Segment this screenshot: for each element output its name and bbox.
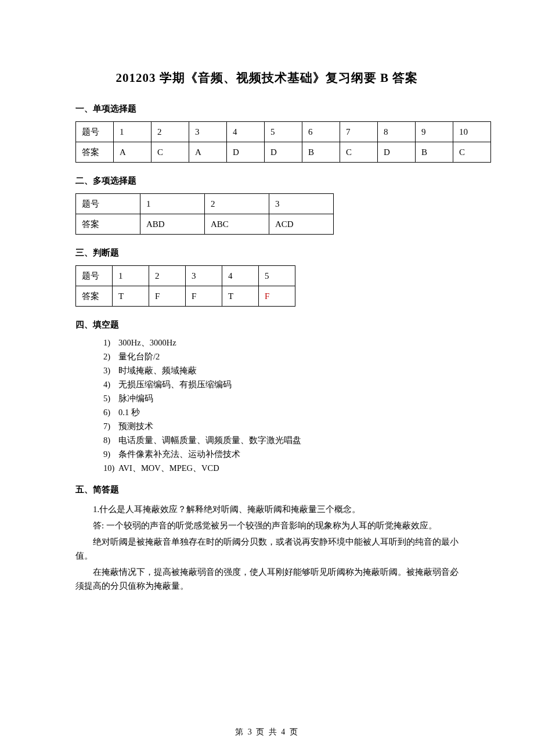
ans-cell: B [416, 142, 453, 163]
section-heading-single-choice: 一、单项选择题 [75, 103, 459, 114]
essay-paragraph: 绝对听阈是被掩蔽音单独存在时的听阈分贝数，或者说再安静环境中能被人耳听到的纯音的… [75, 535, 459, 563]
ans-cell: D [227, 142, 265, 163]
num-cell: 1 [114, 122, 151, 142]
num-cell: 4 [227, 122, 265, 142]
num-cell: 1 [140, 194, 205, 214]
page-footer: 第 3 页 共 4 页 [0, 727, 534, 737]
num-cell: 2 [149, 266, 186, 286]
num-cell: 1 [113, 266, 149, 286]
list-item: 10)AVI、MOV、MPEG、VCD [103, 463, 459, 474]
ans-cell: D [378, 142, 416, 163]
item-number: 10) [103, 463, 118, 473]
num-cell: 8 [378, 122, 416, 142]
item-text: 电话质量、调幅质量、调频质量、数字激光唱盘 [118, 435, 301, 445]
list-item: 2)量化台阶/2 [103, 351, 459, 362]
item-text: 300Hz、3000Hz [118, 338, 176, 347]
ans-cell: ABD [140, 214, 205, 235]
ans-cell: F [149, 286, 186, 307]
essay-paragraph: 答: 一个较弱的声音的听觉感觉被另一个较强的声音影响的现象称为人耳的听觉掩蔽效应… [75, 519, 459, 532]
item-text: 0.1 秒 [118, 408, 140, 417]
item-number: 5) [103, 394, 118, 404]
list-item: 9)条件像素补充法、运动补偿技术 [103, 449, 459, 460]
item-number: 2) [103, 352, 118, 362]
num-cell: 5 [259, 266, 295, 286]
ans-cell-highlight: F [259, 286, 295, 307]
num-cell: 2 [205, 194, 269, 214]
table-row: 答案 A C A D D B C D B C [76, 142, 491, 163]
section-heading-judge: 三、判断题 [75, 247, 459, 258]
ans-cell: C [453, 142, 491, 163]
table-row: 题号 1 2 3 4 5 [76, 266, 295, 286]
num-cell: 5 [265, 122, 302, 142]
table-row: 答案 ABD ABC ACD [76, 214, 334, 235]
item-number: 8) [103, 435, 118, 445]
item-number: 7) [103, 422, 118, 431]
num-cell: 9 [416, 122, 453, 142]
item-text: 时域掩蔽、频域掩蔽 [118, 366, 197, 375]
ans-cell: ABC [205, 214, 269, 235]
list-item: 1)300Hz、3000Hz [103, 337, 459, 348]
row-label: 题号 [76, 122, 114, 142]
judge-table: 题号 1 2 3 4 5 答案 T F F T F [75, 265, 295, 307]
item-text: 脉冲编码 [118, 394, 153, 403]
ans-cell: B [302, 142, 340, 163]
item-number: 1) [103, 338, 118, 348]
num-cell: 10 [453, 122, 491, 142]
row-label: 题号 [76, 266, 113, 286]
num-cell: 3 [189, 122, 227, 142]
ans-cell: F [186, 286, 222, 307]
list-item: 7)预测技术 [103, 421, 459, 432]
num-cell: 7 [340, 122, 378, 142]
ans-cell: T [222, 286, 259, 307]
item-number: 6) [103, 408, 118, 417]
section-heading-essay: 五、简答题 [75, 484, 459, 495]
section-heading-multi-choice: 二、多项选择题 [75, 175, 459, 186]
row-label: 答案 [76, 214, 140, 235]
item-text: 无损压缩编码、有损压缩编码 [118, 380, 232, 389]
list-item: 4)无损压缩编码、有损压缩编码 [103, 379, 459, 390]
fill-list: 1)300Hz、3000Hz 2)量化台阶/2 3)时域掩蔽、频域掩蔽 4)无损… [103, 337, 459, 474]
item-number: 4) [103, 380, 118, 390]
essay-block: 1.什么是人耳掩蔽效应？解释绝对听阈、掩蔽听阈和掩蔽量三个概念。 答: 一个较弱… [75, 502, 459, 593]
row-label: 答案 [76, 142, 114, 163]
num-cell: 3 [186, 266, 222, 286]
page-title: 201203 学期《音频、视频技术基础》复习纲要 B 答案 [75, 70, 459, 86]
item-number: 3) [103, 366, 118, 376]
list-item: 6)0.1 秒 [103, 407, 459, 418]
item-text: 条件像素补充法、运动补偿技术 [118, 449, 240, 459]
num-cell: 3 [269, 194, 334, 214]
row-label: 题号 [76, 194, 140, 214]
item-text: 预测技术 [118, 422, 153, 431]
ans-cell: C [151, 142, 189, 163]
multi-choice-table: 题号 1 2 3 答案 ABD ABC ACD [75, 193, 334, 235]
list-item: 8)电话质量、调幅质量、调频质量、数字激光唱盘 [103, 435, 459, 446]
table-row: 答案 T F F T F [76, 286, 295, 307]
item-text: AVI、MOV、MPEG、VCD [118, 463, 219, 473]
list-item: 5)脉冲编码 [103, 393, 459, 404]
essay-paragraph: 在掩蔽情况下，提高被掩蔽弱音的强度，使人耳刚好能够听见听阈称为掩蔽听阈。被掩蔽弱… [75, 565, 459, 593]
list-item: 3)时域掩蔽、频域掩蔽 [103, 365, 459, 376]
ans-cell: A [114, 142, 151, 163]
num-cell: 4 [222, 266, 259, 286]
ans-cell: ACD [269, 214, 334, 235]
ans-cell: D [265, 142, 302, 163]
item-number: 9) [103, 449, 118, 459]
single-choice-table: 题号 1 2 3 4 5 6 7 8 9 10 答案 A C A D D B C… [75, 121, 491, 163]
row-label: 答案 [76, 286, 113, 307]
table-row: 题号 1 2 3 4 5 6 7 8 9 10 [76, 122, 491, 142]
ans-cell: C [340, 142, 378, 163]
num-cell: 2 [151, 122, 189, 142]
item-text: 量化台阶/2 [118, 352, 160, 361]
table-row: 题号 1 2 3 [76, 194, 334, 214]
essay-question: 1.什么是人耳掩蔽效应？解释绝对听阈、掩蔽听阈和掩蔽量三个概念。 [93, 502, 459, 516]
ans-cell: T [113, 286, 149, 307]
ans-cell: A [189, 142, 227, 163]
section-heading-fill: 四、填空题 [75, 319, 459, 330]
document-page: 201203 学期《音频、视频技术基础》复习纲要 B 答案 一、单项选择题 题号… [0, 0, 534, 756]
num-cell: 6 [302, 122, 340, 142]
